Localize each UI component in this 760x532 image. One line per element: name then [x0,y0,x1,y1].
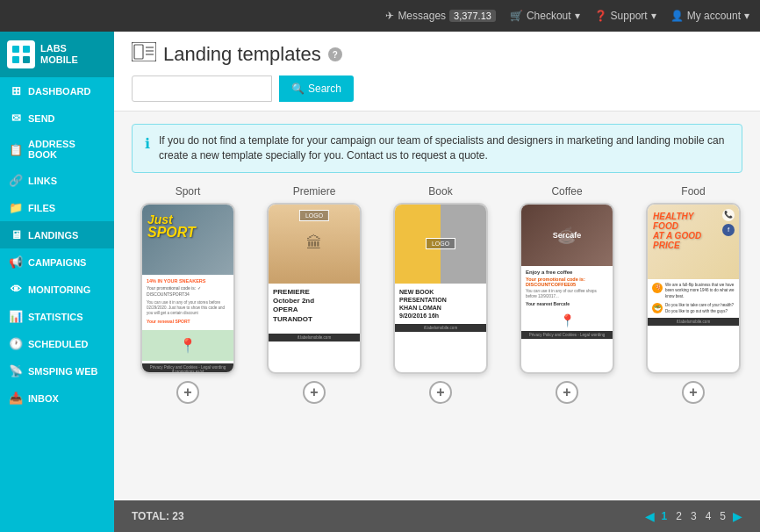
message-icon: ✈ [385,10,394,22]
templates-grid: Sport JustSPORT 14% IN YOUR SNEAKERS You… [132,185,742,404]
book-top: LOGO [395,205,486,284]
svg-rect-3 [12,56,19,63]
sidebar-label-landings: LANDINGS [28,230,78,241]
page-1[interactable]: 1 [660,510,670,522]
phone-frame-food: 📞 f HEALTHYFOODAT A GOODPRICE 🍕 We are a… [646,203,741,374]
account-label: My account [687,10,741,22]
files-icon: 📁 [9,201,23,214]
account-nav[interactable]: 👤 My account ▾ [670,10,749,22]
search-button[interactable]: 🔍 Search [279,75,354,102]
sidebar-item-files[interactable]: 📁 FILES [0,194,114,221]
template-card-food: Food 📞 f HEALTHYFOODAT A GOODPRICE [637,185,749,404]
svg-rect-0 [9,42,33,67]
coffee-top: ☕ Sercafe [521,205,613,266]
food-footer: if.labelsmobile.com [648,318,739,326]
send-icon: ✉ [9,111,23,125]
search-row: 🔍 Search [132,75,742,102]
templates-area: Sport JustSPORT 14% IN YOUR SNEAKERS You… [114,173,760,500]
template-label-coffee: Coffee [551,185,582,198]
support-chevron: ▾ [651,10,656,22]
page-3[interactable]: 3 [689,510,699,522]
next-page-arrow[interactable]: ▶ [733,509,742,523]
coffee-promo: Your promotional code is: DISCOUNTCOFFEE… [526,277,608,287]
phone-frame-book: LOGO NEW BOOKPRESENTATIONKHAN LOMAN9/20/… [393,203,488,374]
sport-body: Your promotional code is: ✓ DISCOUNTSPOR… [147,285,229,298]
sport-renewal: Your renewal SPORT [147,319,229,324]
sidebar-label-files: FILES [28,203,55,213]
sidebar: LABS MOBILE ⊞ DASHBOARD ✉ SEND 📋 ADDRESS… [0,32,114,532]
checkout-chevron: ▾ [575,10,580,22]
pagination: ◀ 1 2 3 4 5 ▶ [645,509,742,523]
search-input[interactable] [132,75,272,102]
template-label-premiere: Premiere [293,185,336,198]
main-area: LABS MOBILE ⊞ DASHBOARD ✉ SEND 📋 ADDRESS… [0,32,760,532]
account-icon: 👤 [670,10,684,22]
add-food-button[interactable]: + [682,381,705,404]
sidebar-item-send[interactable]: ✉ SEND [0,104,114,132]
template-card-sport: Sport JustSPORT 14% IN YOUR SNEAKERS You… [132,185,244,404]
sidebar-item-statistics[interactable]: 📊 STATISTICS [0,303,114,330]
premiere-footer: if.labelsmobile.com [269,334,360,341]
prev-page-arrow[interactable]: ◀ [645,509,655,523]
add-premiere-button[interactable]: + [303,381,326,404]
checkout-label: Checkout [527,10,571,22]
svg-rect-2 [23,46,30,53]
logo-icon [7,40,35,68]
content-header: Landing templates ? 🔍 Search [114,32,760,111]
svg-rect-6 [134,45,143,59]
template-label-food: Food [681,185,705,198]
sidebar-item-addressbook[interactable]: 📋 ADDRESS BOOK [0,132,114,167]
sidebar-label-inbox: INBOX [28,393,59,404]
page-4[interactable]: 4 [704,510,713,522]
sidebar-item-campaigns[interactable]: 📢 CAMPAIGNS [0,248,114,276]
premiere-logo: LOGO [299,210,329,221]
sidebar-label-addressbook: ADDRESS BOOK [28,139,105,160]
messages-nav[interactable]: ✈ Messages 3,377.13 [385,10,496,22]
sidebar-item-scheduled[interactable]: 🕐 SCHEDULED [0,330,114,357]
food-phone-icon: 📞 [722,209,735,221]
sidebar-item-landings[interactable]: 🖥 LANDINGS [0,221,114,248]
sidebar-label-campaigns: CAMPAIGNS [28,257,86,268]
smspingweb-icon: 📡 [9,364,23,377]
page-2[interactable]: 2 [674,510,684,522]
help-badge[interactable]: ? [328,47,342,61]
landings-icon: 🖥 [9,228,23,241]
account-chevron: ▾ [744,10,749,22]
sidebar-item-smspingweb[interactable]: 📡 SMSPING WEB [0,357,114,385]
premiere-text: PREMIEREOctober 2ndOPERATURANDOT [273,288,355,325]
info-box: ℹ If you do not find a template for your… [132,124,742,173]
checkout-nav[interactable]: 🛒 Checkout ▾ [510,10,580,22]
logo-text: LABS MOBILE [40,43,78,66]
food-icons: 📞 f [722,209,735,236]
addressbook-icon: 📋 [9,143,23,156]
inbox-icon: 📥 [9,392,23,405]
sidebar-label-smspingweb: SMSPING WEB [28,366,97,377]
support-label: Support [611,10,648,22]
links-icon: 🔗 [9,174,23,187]
logo-area: LABS MOBILE [0,32,114,77]
add-sport-button[interactable]: + [176,381,199,404]
sidebar-item-inbox[interactable]: 📥 INBOX [0,385,114,412]
sidebar-item-dashboard[interactable]: ⊞ DASHBOARD [0,77,114,104]
sidebar-item-links[interactable]: 🔗 LINKS [0,167,114,194]
template-card-premiere: Premiere 🏛 LOGO PREMIEREOctober 2ndOPERA… [258,185,370,404]
add-book-button[interactable]: + [429,381,452,404]
support-nav[interactable]: ❓ Support ▾ [594,10,656,22]
top-bar: ✈ Messages 3,377.13 🛒 Checkout ▾ ❓ Suppo… [0,0,760,32]
info-text: If you do not find a template for your c… [159,133,729,163]
sidebar-item-monitoring[interactable]: 👁 MONITORING [0,276,114,303]
coffee-nearest: Your nearest Bercafe [526,301,608,306]
sidebar-label-send: SEND [28,113,55,124]
book-lower: NEW BOOKPRESENTATIONKHAN LOMAN9/20/2016 … [395,284,486,324]
sport-headline: JustSPORT [142,205,233,248]
add-coffee-button[interactable]: + [556,381,578,404]
page-title-icon [132,42,156,67]
cart-icon: 🛒 [510,10,523,22]
sport-map: 📍 [142,330,233,361]
sport-lower: 14% IN YOUR SNEAKERS Your promotional co… [142,275,233,328]
page-5[interactable]: 5 [718,510,728,522]
premiere-lower: PREMIEREOctober 2ndOPERATURANDOT [269,284,360,329]
coffee-footer: Privacy Policy and Cookies - Legal wordi… [521,331,613,339]
sidebar-label-scheduled: SCHEDULED [28,339,88,349]
sport-footer: Privacy Policy and Cookies - Legal wordi… [142,363,233,373]
